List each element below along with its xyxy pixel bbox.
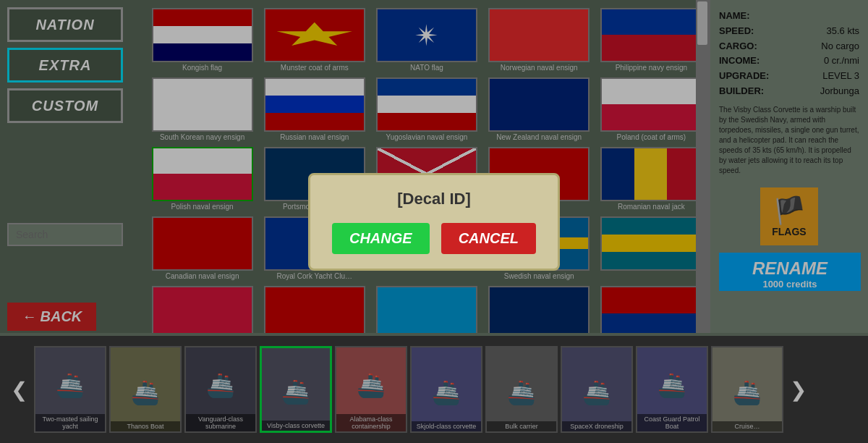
- change-button[interactable]: CHANGE: [332, 223, 430, 254]
- modal-overlay: [Decal ID] CHANGE CANCEL: [0, 0, 868, 443]
- decal-modal: [Decal ID] CHANGE CANCEL: [308, 173, 560, 271]
- modal-title: [Decal ID]: [332, 190, 536, 208]
- modal-buttons: CHANGE CANCEL: [332, 223, 536, 254]
- cancel-button[interactable]: CANCEL: [441, 223, 536, 254]
